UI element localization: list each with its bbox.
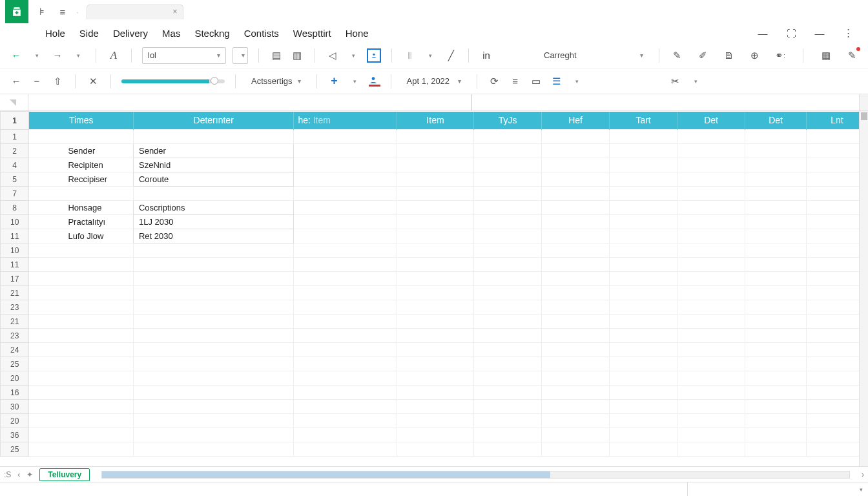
menu-wespttirt[interactable]: Wespttirt	[293, 28, 331, 39]
cell[interactable]	[294, 130, 397, 144]
cell[interactable]	[294, 201, 397, 215]
cell[interactable]	[745, 371, 807, 386]
row-header[interactable]: 7	[1, 187, 29, 201]
note-icon[interactable]: 🗎	[721, 48, 736, 63]
cell[interactable]	[29, 442, 134, 457]
cell[interactable]	[29, 428, 134, 442]
cell[interactable]	[610, 272, 677, 286]
cell[interactable]	[542, 442, 610, 457]
brush-icon[interactable]: ✐	[696, 48, 710, 63]
row-header[interactable]: 25	[1, 442, 29, 457]
cell[interactable]	[745, 272, 807, 286]
cell[interactable]	[133, 258, 293, 272]
cell[interactable]	[542, 428, 610, 442]
cell[interactable]	[610, 243, 677, 258]
cell[interactable]	[474, 243, 542, 258]
cell[interactable]	[474, 343, 542, 357]
row-header[interactable]: 20	[1, 414, 29, 428]
plus-icon[interactable]: +	[327, 74, 342, 88]
cell[interactable]	[474, 286, 542, 300]
cell[interactable]	[29, 414, 134, 428]
cell[interactable]	[397, 371, 473, 386]
stack-icon[interactable]: ☰	[550, 74, 564, 88]
user-red-icon[interactable]	[369, 76, 380, 87]
menu-delivery[interactable]: Delivery	[113, 28, 148, 39]
cell[interactable]: Sender	[29, 144, 134, 158]
cell[interactable]	[133, 315, 293, 329]
align-left-icon[interactable]: ▤	[269, 48, 284, 63]
cell[interactable]: Honsage	[29, 201, 134, 215]
cell[interactable]	[677, 414, 745, 428]
cell[interactable]	[610, 172, 677, 187]
vertical-scrollbar[interactable]	[859, 111, 868, 466]
cell[interactable]	[745, 300, 807, 315]
cell[interactable]	[542, 315, 610, 329]
plus-caret-icon[interactable]: ▾	[348, 74, 362, 88]
cell[interactable]	[542, 272, 610, 286]
cell[interactable]	[677, 144, 745, 158]
cell[interactable]	[294, 400, 397, 414]
cell[interactable]	[542, 386, 610, 400]
cell[interactable]	[677, 286, 745, 300]
more-icon[interactable]: ⋮	[841, 26, 855, 40]
cell[interactable]	[133, 272, 293, 286]
cell[interactable]	[29, 315, 134, 329]
row-header[interactable]: 1	[1, 130, 29, 144]
loop-icon[interactable]: ⟳	[488, 74, 502, 88]
cell[interactable]	[397, 329, 473, 343]
cell[interactable]: Practalıtyı	[29, 215, 134, 229]
cell[interactable]	[397, 215, 473, 229]
cell[interactable]	[745, 158, 807, 172]
cell[interactable]	[677, 329, 745, 343]
cell[interactable]	[294, 442, 397, 457]
minus-icon[interactable]: −	[30, 74, 44, 88]
cell[interactable]	[474, 187, 542, 201]
cell[interactable]	[474, 158, 542, 172]
indent-caret-icon[interactable]: ▾	[346, 48, 360, 63]
cell[interactable]	[29, 243, 134, 258]
cell[interactable]	[133, 386, 293, 400]
cell[interactable]	[29, 400, 134, 414]
cell[interactable]	[474, 215, 542, 229]
cell[interactable]	[294, 158, 397, 172]
cell[interactable]	[294, 258, 397, 272]
cut-caret-icon[interactable]: ▾	[689, 74, 703, 88]
person-highlight-icon[interactable]	[367, 48, 381, 63]
cell[interactable]: SzeNnid	[133, 158, 293, 172]
cell[interactable]	[542, 187, 610, 201]
cell[interactable]	[542, 201, 610, 215]
cell[interactable]	[397, 357, 473, 371]
cell[interactable]	[610, 158, 677, 172]
cell[interactable]	[397, 272, 473, 286]
row-header[interactable]: 36	[1, 428, 29, 442]
cell[interactable]	[397, 258, 473, 272]
cell[interactable]	[133, 428, 293, 442]
cell[interactable]	[542, 144, 610, 158]
cell[interactable]	[294, 428, 397, 442]
cell[interactable]	[474, 130, 542, 144]
cell[interactable]	[677, 428, 745, 442]
cell[interactable]	[397, 187, 473, 201]
menu-contists[interactable]: Contists	[244, 28, 279, 39]
col-det2[interactable]: Det	[745, 112, 807, 130]
menu-mas[interactable]: Mas	[162, 28, 180, 39]
tools-icon[interactable]: ✕	[86, 74, 100, 88]
cell[interactable]	[397, 428, 473, 442]
col-det1[interactable]: Det	[677, 112, 745, 130]
cell[interactable]	[294, 243, 397, 258]
home-up-icon[interactable]: ⇧	[50, 74, 65, 88]
cell[interactable]	[474, 144, 542, 158]
cell[interactable]	[133, 329, 293, 343]
cell[interactable]: Sender	[133, 144, 293, 158]
cut-icon[interactable]: ✂	[668, 74, 683, 88]
cell[interactable]	[474, 442, 542, 457]
cell[interactable]	[677, 371, 745, 386]
cell[interactable]	[397, 130, 473, 144]
menu-icon[interactable]: ≡	[56, 5, 70, 19]
cell[interactable]	[294, 286, 397, 300]
cell[interactable]	[677, 229, 745, 243]
cell[interactable]	[474, 428, 542, 442]
globe-icon[interactable]: ⊕	[747, 48, 761, 63]
cell[interactable]: Coscriptions	[133, 201, 293, 215]
cell[interactable]	[397, 144, 473, 158]
